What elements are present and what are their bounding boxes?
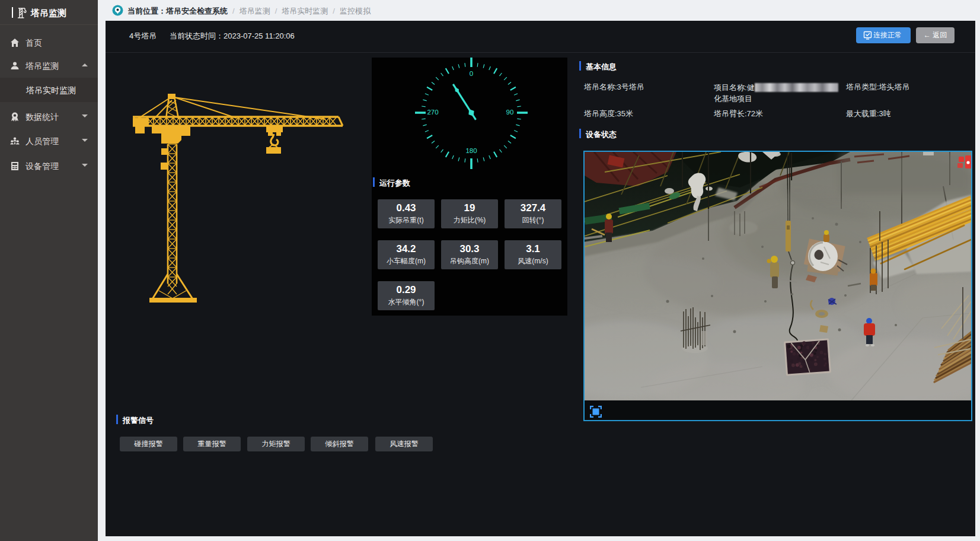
svg-text:180: 180 <box>465 147 477 154</box>
svg-text:0: 0 <box>470 70 473 77</box>
svg-text:270: 270 <box>427 109 438 116</box>
svg-text:90: 90 <box>506 109 514 116</box>
